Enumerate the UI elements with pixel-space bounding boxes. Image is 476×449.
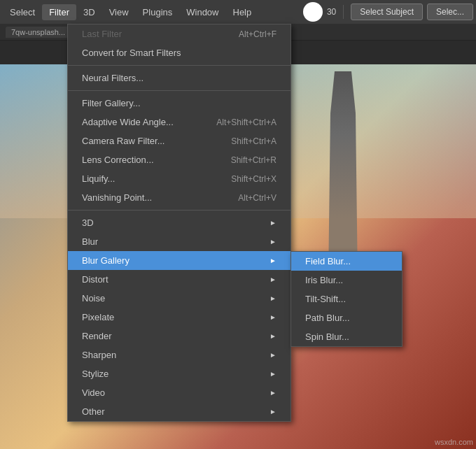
menu-bar: Select Filter 3D View Plugins Window Hel… — [0, 0, 476, 24]
brush-size-label: 30 — [327, 7, 336, 17]
menu-select[interactable]: Select — [3, 4, 42, 20]
menu-item-shortcut: Shift+Ctrl+A — [231, 136, 276, 146]
menu-item-camera-raw[interactable]: Camera Raw Filter... Shift+Ctrl+A — [68, 131, 290, 150]
menu-item-label: Other — [82, 406, 105, 417]
submenu-arrow-icon: ► — [270, 351, 276, 359]
menu-item-blur[interactable]: Blur ► — [68, 232, 290, 251]
menu-item-lens-correction[interactable]: Lens Correction... Shift+Ctrl+R — [68, 150, 290, 169]
menu-item-label: Neural Filters... — [82, 73, 144, 83]
submenu-arrow-icon: ► — [270, 294, 276, 302]
submenu-arrow-icon: ► — [270, 332, 276, 340]
menu-item-blur-gallery[interactable]: Blur Gallery ► Field Blur... Iris Blur..… — [68, 251, 290, 270]
menu-filter[interactable]: Filter — [42, 4, 76, 20]
filter-menu: Last Filter Alt+Ctrl+F Convert for Smart… — [67, 24, 291, 422]
submenu-item-iris-blur[interactable]: Iris Blur... — [291, 271, 402, 290]
menu-item-label: Distort — [82, 274, 108, 285]
menu-item-label: Stylize — [82, 369, 108, 379]
menu-window[interactable]: Window — [179, 4, 225, 20]
menu-item-stylize[interactable]: Stylize ► — [68, 364, 290, 383]
submenu-arrow-icon: ► — [270, 257, 276, 264]
submenu-item-field-blur[interactable]: Field Blur... — [291, 252, 402, 271]
menu-item-convert-smart[interactable]: Convert for Smart Filters — [68, 43, 290, 62]
filter-dropdown: Last Filter Alt+Ctrl+F Convert for Smart… — [67, 24, 291, 422]
menu-item-label: Blur — [82, 236, 98, 247]
menu-item-shortcut: Alt+Shift+Ctrl+A — [216, 117, 276, 127]
blur-gallery-submenu: Field Blur... Iris Blur... Tilt-Shift...… — [290, 251, 402, 347]
submenu-arrow-icon: ► — [270, 219, 276, 227]
menu-item-sharpen[interactable]: Sharpen ► — [68, 345, 290, 364]
submenu-arrow-icon: ► — [270, 370, 276, 378]
menu-item-label: Render — [82, 331, 112, 341]
separator-1 — [68, 65, 290, 66]
menu-help[interactable]: Help — [226, 4, 259, 20]
menu-item-last-filter[interactable]: Last Filter Alt+Ctrl+F — [68, 24, 290, 43]
menu-item-vanishing-point[interactable]: Vanishing Point... Alt+Ctrl+V — [68, 188, 290, 207]
menu-item-label: Blur Gallery — [82, 255, 130, 266]
submenu-arrow-icon: ► — [270, 313, 276, 321]
select-subject-button[interactable]: Select Subject — [351, 3, 423, 20]
submenu-arrow-icon: ► — [270, 276, 276, 283]
submenu-item-path-blur[interactable]: Path Blur... — [291, 308, 402, 327]
submenu-item-spin-blur[interactable]: Spin Blur... — [291, 327, 402, 346]
menu-item-label: Sharpen — [82, 350, 116, 360]
brush-preview — [303, 2, 323, 22]
menu-item-3d[interactable]: 3D ► — [68, 213, 290, 232]
separator-3 — [68, 210, 290, 211]
menu-item-noise[interactable]: Noise ► — [68, 289, 290, 308]
menu-item-label: Camera Raw Filter... — [82, 136, 164, 146]
submenu-arrow-icon: ► — [270, 408, 276, 415]
menu-item-render[interactable]: Render ► — [68, 327, 290, 345]
select-button[interactable]: Selec... — [427, 3, 473, 20]
submenu-item-tilt-shift[interactable]: Tilt-Shift... — [291, 290, 402, 308]
menu-view[interactable]: View — [102, 4, 136, 20]
menu-item-label: Lens Correction... — [82, 155, 154, 165]
menu-item-neural-filters[interactable]: Neural Filters... — [68, 69, 290, 87]
menu-item-adaptive-wide[interactable]: Adaptive Wide Angle... Alt+Shift+Ctrl+A — [68, 113, 290, 131]
menu-item-label: Convert for Smart Filters — [82, 48, 181, 58]
menu-item-label: Last Filter — [82, 29, 122, 39]
menu-item-shortcut: Alt+Ctrl+F — [239, 29, 276, 39]
watermark: wsxdn.com — [435, 438, 473, 446]
submenu-arrow-icon: ► — [270, 389, 276, 397]
submenu-arrow-icon: ► — [270, 238, 276, 245]
menu-item-shortcut: Shift+Ctrl+X — [231, 174, 276, 184]
menu-item-label: Pixelate — [82, 312, 114, 322]
menu-item-shortcut: Shift+Ctrl+R — [231, 155, 276, 165]
menu-item-label: Noise — [82, 293, 105, 304]
menu-3d[interactable]: 3D — [76, 4, 102, 20]
menu-item-distort[interactable]: Distort ► — [68, 270, 290, 289]
menu-item-other[interactable]: Other ► — [68, 402, 290, 421]
menu-item-liquify[interactable]: Liquify... Shift+Ctrl+X — [68, 169, 290, 188]
menu-item-video[interactable]: Video ► — [68, 383, 290, 402]
menu-item-label: Filter Gallery... — [82, 98, 141, 108]
menu-item-label: Vanishing Point... — [82, 192, 152, 203]
menu-plugins[interactable]: Plugins — [136, 4, 180, 20]
menu-item-shortcut: Alt+Ctrl+V — [238, 193, 276, 203]
tab-file[interactable]: 7qw-unsplash... — [6, 27, 71, 38]
menu-item-label: Video — [82, 387, 105, 398]
toolbar-divider — [343, 5, 344, 19]
menu-item-label: Adaptive Wide Angle... — [82, 117, 174, 127]
menu-item-label: 3D — [82, 218, 94, 228]
menu-item-filter-gallery[interactable]: Filter Gallery... — [68, 94, 290, 113]
menu-item-pixelate[interactable]: Pixelate ► — [68, 308, 290, 327]
separator-2 — [68, 90, 290, 91]
menu-item-label: Liquify... — [82, 173, 115, 184]
